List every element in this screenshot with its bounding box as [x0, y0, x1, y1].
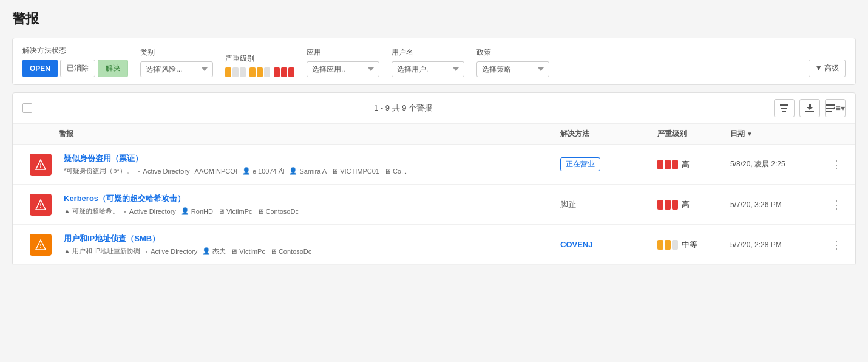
svg-rect-0: [826, 104, 835, 106]
more-button[interactable]: ⋮: [827, 238, 846, 251]
alert-subtitle: *可疑身份盗用（p*）。: [64, 166, 133, 176]
col-header-alert: 警报: [59, 129, 560, 139]
category-label: 类别: [140, 47, 213, 58]
dismissed-button[interactable]: 已消除: [60, 60, 95, 77]
user-icon: 👤: [289, 167, 297, 175]
meta-text: Active Directory: [143, 168, 190, 175]
pc-icon: 🖥: [384, 168, 391, 175]
alert-icon: [30, 194, 52, 216]
svg-rect-4: [40, 163, 41, 166]
policy-select[interactable]: 选择策略: [476, 61, 549, 77]
alert-meta-tag: 🖥ContosoDc: [257, 208, 299, 215]
alert-meta-tag: 👤e 10074 Äl: [242, 167, 285, 175]
severity-bars: [657, 160, 678, 169]
severity-high-bar1: [274, 67, 280, 77]
menu-icon: [826, 104, 835, 112]
alert-meta: ▲ 用户和 IP地址重新协调•Active Directory👤杰夫🖥Victi…: [64, 247, 560, 256]
download-button[interactable]: [799, 99, 820, 117]
alert-title[interactable]: 用户和IP地址侦查（SMB）: [64, 233, 560, 244]
alerts-table: 1 - 9 共 9 个警报: [12, 92, 856, 265]
meta-bullet: •: [145, 248, 147, 255]
severity-bar: [657, 200, 663, 210]
severity-cell: 高: [657, 159, 730, 170]
alert-meta: ▲ 可疑的超哈希。•Active Directory👤RonHD🖥VictimP…: [64, 207, 560, 216]
filter-button[interactable]: [774, 99, 795, 117]
svg-rect-6: [40, 203, 41, 206]
resolved-button[interactable]: 解决: [98, 60, 128, 77]
alert-meta-tag: •Active Directory: [145, 248, 197, 255]
severity-label: 高: [682, 199, 690, 210]
alert-title[interactable]: Kerberos（可疑的超交哈希攻击）: [64, 193, 560, 204]
alert-meta-tag: 🖥VICTIMPC01: [331, 168, 379, 175]
meta-text: ContosoDc: [266, 208, 299, 215]
severity-bar: [657, 240, 663, 250]
meta-text: VictimPc: [226, 208, 253, 215]
sort-icon: ▼: [747, 131, 753, 137]
app-select[interactable]: 选择应用..: [307, 61, 379, 77]
select-all-checkbox[interactable]: [22, 103, 32, 113]
alert-meta-tag: 👤杰夫: [202, 247, 226, 256]
category-select[interactable]: 选择'风险...: [140, 61, 213, 77]
menu-button[interactable]: ≡▾: [825, 99, 846, 117]
severity-bar: [665, 240, 671, 250]
severity-high-bar3: [288, 67, 294, 77]
resolution-label: 解决方法状态: [22, 46, 128, 56]
page-container: 警报 解决方法状态 OPEN 已消除 解决 类别 选择'风险... 严重级别: [0, 0, 868, 275]
pc-icon: 🖥: [331, 168, 338, 175]
severity-med-block[interactable]: [249, 67, 270, 77]
alert-meta: *可疑身份盗用（p*）。•Active DirectoryAAOMINPCOI👤…: [64, 166, 560, 176]
status-buttons: OPEN 已消除 解决: [22, 60, 128, 77]
alert-meta-tag: •Active Directory: [124, 208, 176, 215]
col-header-severity: 严重级别: [657, 129, 730, 139]
app-label: 应用: [307, 47, 379, 58]
svg-point-5: [40, 207, 41, 208]
more-button[interactable]: ⋮: [827, 158, 846, 171]
severity-label: 高: [682, 159, 690, 170]
alert-meta-tag: 🖥ContosoDc: [270, 248, 311, 255]
pc-icon: 🖥: [270, 248, 277, 255]
meta-bullet: •: [138, 168, 140, 175]
meta-text: VictimPc: [239, 248, 265, 255]
severity-bar: [665, 160, 671, 169]
meta-text: VICTIMPC01: [340, 168, 379, 175]
meta-text: Co...: [393, 168, 407, 175]
user-icon: 👤: [202, 247, 211, 255]
severity-low-block[interactable]: [225, 67, 246, 77]
resolution-covenj: COVENJ: [560, 240, 592, 249]
resolution-cell: COVENJ: [560, 240, 657, 249]
alert-main: Kerberos（可疑的超交哈希攻击）▲ 可疑的超哈希。•Active Dire…: [59, 193, 560, 216]
meta-text: RonHD: [191, 208, 213, 215]
alert-subtitle: ▲ 用户和 IP地址重新协调: [64, 247, 140, 256]
pc-icon: 🖥: [231, 248, 237, 255]
app-filter-group: 应用 选择应用..: [307, 47, 379, 77]
more-button[interactable]: ⋮: [827, 198, 846, 211]
alert-main: 疑似身份盗用（票证）*可疑身份盗用（p*）。•Active DirectoryA…: [59, 153, 560, 176]
severity-high-bar2: [281, 67, 287, 77]
username-label: 用户名: [392, 47, 464, 58]
table-header: 警报 解决方法 严重级别 日期 ▼: [13, 124, 855, 145]
alert-meta-tag: 🖥VictimPc: [218, 208, 253, 215]
svg-point-7: [40, 247, 41, 248]
resolution-text: 脚趾: [560, 200, 576, 209]
resolution-cell: 脚趾: [560, 199, 657, 210]
record-count: 1 - 9 共 9 个警报: [38, 103, 768, 114]
svg-rect-2: [826, 111, 832, 112]
meta-text: e 10074 Äl: [253, 168, 285, 175]
severity-label: 严重级别: [225, 53, 294, 64]
severity-high-block[interactable]: [274, 67, 294, 77]
meta-bullet: •: [124, 208, 126, 215]
resolution-badge: 正在营业: [560, 157, 600, 171]
severity-bar: [657, 160, 663, 169]
table-row: Kerberos（可疑的超交哈希攻击）▲ 可疑的超哈希。•Active Dire…: [13, 185, 855, 225]
username-select[interactable]: 选择用户.: [392, 61, 464, 77]
open-button[interactable]: OPEN: [22, 60, 58, 77]
col-header-date[interactable]: 日期 ▼: [730, 129, 827, 139]
category-filter-group: 类别 选择'风险...: [140, 47, 213, 77]
date-cell: 5/8/20, 凌晨 2:25: [730, 159, 827, 169]
user-icon: 👤: [242, 167, 251, 175]
pc-icon: 🖥: [257, 208, 264, 215]
severity-bars: [657, 200, 678, 210]
advanced-button[interactable]: ▼ 高级: [809, 60, 846, 77]
table-row: 用户和IP地址侦查（SMB）▲ 用户和 IP地址重新协调•Active Dire…: [13, 225, 855, 265]
alert-title[interactable]: 疑似身份盗用（票证）: [64, 153, 560, 164]
